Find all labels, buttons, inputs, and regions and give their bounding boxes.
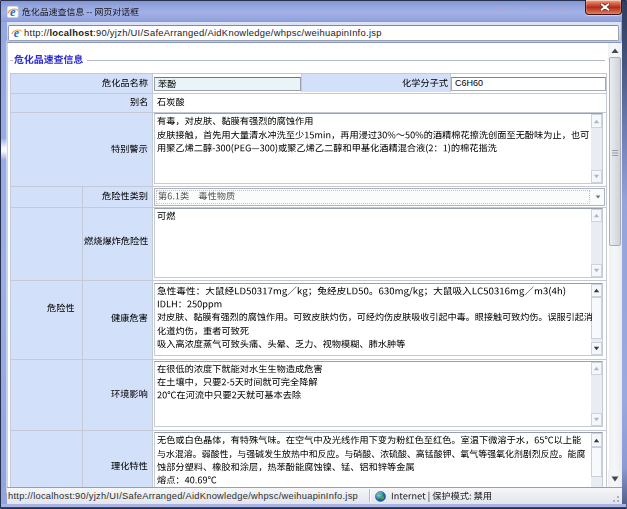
svg-text:e: e xyxy=(13,27,19,39)
svg-text:e: e xyxy=(10,6,16,18)
